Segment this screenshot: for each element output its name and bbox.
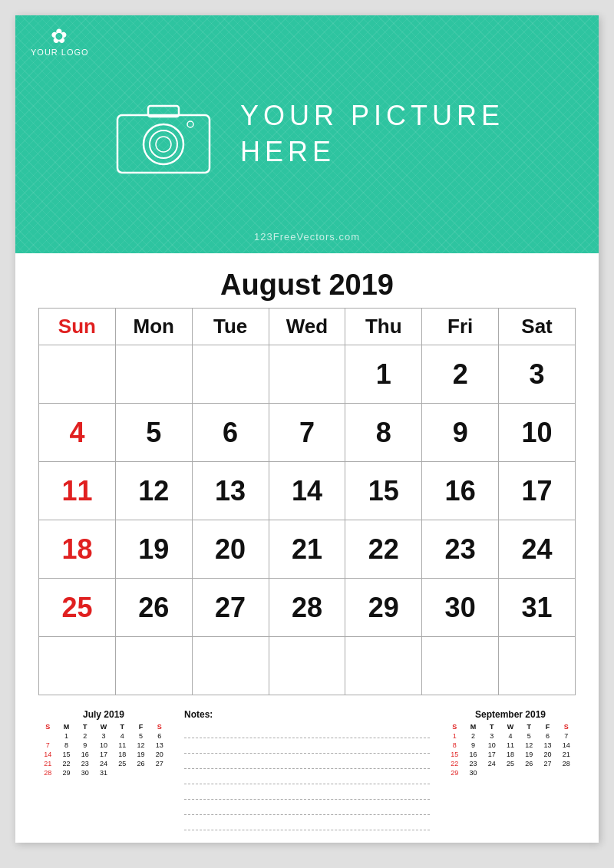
mini-week-row: 2930 xyxy=(445,768,576,777)
mini-prev-title: July 2019 xyxy=(38,709,169,720)
mini-day: 6 xyxy=(150,731,169,741)
banner-center: YOUR PICTURE HERE xyxy=(31,28,583,241)
mini-week-row: 15161718192021 xyxy=(445,750,576,759)
calendar-day: 11 xyxy=(39,462,116,520)
calendar-day: 31 xyxy=(499,579,576,637)
mini-week-row: 891011121314 xyxy=(445,741,576,750)
calendar-day xyxy=(115,637,192,695)
mini-day: 14 xyxy=(38,750,57,759)
mini-day: 10 xyxy=(94,741,113,750)
calendar-day xyxy=(115,345,192,404)
calendar-day: 18 xyxy=(39,520,116,579)
mini-day xyxy=(483,768,501,777)
mini-day: 11 xyxy=(113,741,131,750)
mini-day: 18 xyxy=(501,750,520,759)
mini-day: 16 xyxy=(76,750,94,759)
mini-day: 2 xyxy=(464,731,482,741)
mini-day: 30 xyxy=(464,768,482,777)
mini-day xyxy=(557,768,576,777)
header-tue: Tue xyxy=(192,309,269,345)
calendar-day: 2 xyxy=(422,345,499,404)
mini-week-row: 1234567 xyxy=(445,731,576,741)
mini-day: 12 xyxy=(131,741,150,750)
mini-day: 17 xyxy=(94,750,113,759)
calendar-week-row: 45678910 xyxy=(39,404,576,462)
logo-icon: ✿ xyxy=(51,26,68,46)
calendar-day: 8 xyxy=(345,404,422,462)
header-sat: Sat xyxy=(499,309,576,345)
mini-day: 25 xyxy=(501,759,520,768)
month-title: August 2019 xyxy=(38,269,576,302)
calendar-day: 12 xyxy=(115,462,192,520)
calendar-day: 7 xyxy=(269,404,345,462)
calendar-day: 9 xyxy=(422,404,499,462)
calendar-day: 15 xyxy=(345,462,422,520)
mini-day: 23 xyxy=(464,759,482,768)
mini-day: 24 xyxy=(94,759,113,768)
svg-point-4 xyxy=(156,137,171,152)
mini-day: 28 xyxy=(38,768,57,777)
calendar-day: 28 xyxy=(269,579,345,637)
note-line xyxy=(184,786,430,800)
calendar-day: 6 xyxy=(192,404,269,462)
header-fri: Fri xyxy=(422,309,499,345)
calendar-day xyxy=(345,637,422,695)
calendar-day: 24 xyxy=(499,520,576,579)
calendar-day: 27 xyxy=(192,579,269,637)
calendar-day: 13 xyxy=(192,462,269,520)
mini-next-body: 1234567891011121314151617181920212223242… xyxy=(445,731,576,777)
picture-text-line2: HERE xyxy=(240,134,504,170)
mini-day: 8 xyxy=(57,741,75,750)
mini-day xyxy=(131,768,150,777)
mini-day: 22 xyxy=(445,759,464,768)
mini-day: 31 xyxy=(94,768,113,777)
calendar-header-row: Sun Mon Tue Wed Thu Fri Sat xyxy=(39,309,576,345)
svg-point-3 xyxy=(150,130,177,158)
mini-day: 2 xyxy=(76,731,94,741)
notes-section: Notes: xyxy=(177,709,437,832)
calendar-day: 14 xyxy=(269,462,345,520)
calendar-day: 16 xyxy=(422,462,499,520)
mini-day: 1 xyxy=(445,731,464,741)
logo-area: ✿ YOUR LOGO xyxy=(31,26,89,57)
mini-day: 29 xyxy=(445,768,464,777)
svg-point-5 xyxy=(187,121,193,127)
mini-day: 28 xyxy=(557,759,576,768)
mini-next-header: SMTWTFS xyxy=(445,722,576,731)
calendar-body: 1234567891011121314151617181920212223242… xyxy=(39,345,576,695)
mini-day: 1 xyxy=(57,731,75,741)
calendar-day xyxy=(39,345,116,404)
mini-day: 4 xyxy=(113,731,131,741)
calendar-week-row: 25262728293031 xyxy=(39,579,576,637)
mini-prev-header: SMTWTFS xyxy=(38,722,169,731)
picture-text-line1: YOUR PICTURE xyxy=(240,98,504,134)
watermark-text: 123FreeVectors.com xyxy=(254,231,360,243)
mini-day: 9 xyxy=(76,741,94,750)
mini-row: July 2019 SMTWTFS 1234567891011121314151… xyxy=(38,703,576,843)
mini-day: 9 xyxy=(464,741,482,750)
calendar-week-row xyxy=(39,637,576,695)
mini-day: 12 xyxy=(520,741,538,750)
calendar-day: 21 xyxy=(269,520,345,579)
mini-week-row: 28293031 xyxy=(38,768,169,777)
mini-day: 8 xyxy=(445,741,464,750)
mini-day: 25 xyxy=(113,759,131,768)
calendar-day xyxy=(422,637,499,695)
mini-day: 7 xyxy=(38,741,57,750)
calendar-day xyxy=(499,637,576,695)
calendar-day xyxy=(192,637,269,695)
calendar-day: 3 xyxy=(499,345,576,404)
mini-cal-next: September 2019 SMTWTFS 12345678910111213… xyxy=(445,709,576,777)
calendar-day: 17 xyxy=(499,462,576,520)
mini-day xyxy=(150,768,169,777)
mini-day: 27 xyxy=(150,759,169,768)
mini-day: 20 xyxy=(538,750,556,759)
calendar-day: 19 xyxy=(115,520,192,579)
mini-day: 17 xyxy=(483,750,501,759)
mini-next-title: September 2019 xyxy=(445,709,576,720)
mini-day: 13 xyxy=(150,741,169,750)
note-line xyxy=(184,740,430,754)
mini-day: 15 xyxy=(445,750,464,759)
mini-day: 10 xyxy=(483,741,501,750)
mini-day: 23 xyxy=(76,759,94,768)
